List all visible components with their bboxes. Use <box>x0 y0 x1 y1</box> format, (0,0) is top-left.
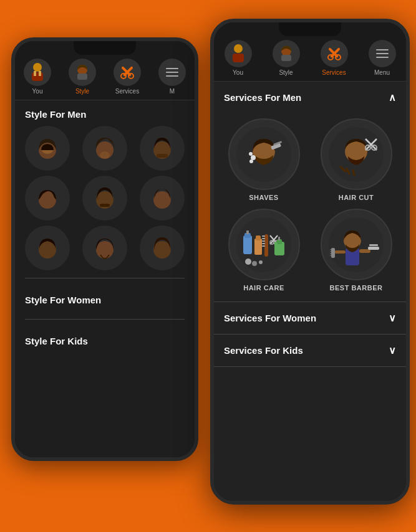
hair-style-3[interactable] <box>140 126 185 171</box>
chevron-down-kids-icon: ∨ <box>389 344 396 356</box>
svg-rect-51 <box>254 239 262 255</box>
service-haircare[interactable]: HAIR CARE <box>221 209 306 292</box>
screen-right: You Style <box>214 22 406 501</box>
svg-line-46 <box>353 170 354 175</box>
notch-left <box>74 41 136 55</box>
services-kids-header[interactable]: Services For Kids ∨ <box>214 335 406 366</box>
services-men-title: Services For Men <box>224 92 301 103</box>
nav-services-right[interactable]: Services <box>321 40 348 76</box>
svg-rect-65 <box>278 237 280 240</box>
svg-rect-50 <box>246 230 249 234</box>
svg-rect-75 <box>334 250 346 254</box>
svg-point-36 <box>249 152 253 156</box>
nav-label-style-left: Style <box>75 88 89 95</box>
svg-point-21 <box>96 241 114 259</box>
service-bestbarber[interactable]: BEST BARBER <box>314 209 399 292</box>
svg-point-0 <box>33 63 42 72</box>
svg-point-19 <box>153 191 171 209</box>
menu-lines-right <box>376 49 389 58</box>
hair-style-1[interactable] <box>25 126 70 171</box>
menu-icon-right <box>369 40 396 67</box>
nav-label-menu-left: M <box>170 88 175 95</box>
svg-rect-54 <box>262 235 265 237</box>
hair-style-5[interactable] <box>82 176 127 221</box>
style-icon-left <box>69 59 96 86</box>
services-women-header[interactable]: Services For Women ∨ <box>214 302 406 334</box>
menu-lines-left <box>166 68 178 77</box>
svg-rect-1 <box>32 72 43 81</box>
nav-style-right[interactable]: Style <box>273 40 300 76</box>
nav-menu-right[interactable]: Menu <box>369 40 396 76</box>
divider-2 <box>25 319 185 320</box>
you-icon-right <box>225 40 252 67</box>
hair-style-6[interactable] <box>140 176 185 221</box>
style-for-men-section: Style For Men <box>15 100 195 270</box>
svg-point-30 <box>336 55 341 60</box>
haircut-circle <box>321 118 392 190</box>
bestbarber-circle <box>321 209 392 280</box>
svg-point-37 <box>249 159 253 163</box>
bestbarber-label: BEST BARBER <box>330 284 383 292</box>
phone-right: You Style <box>210 19 410 505</box>
svg-rect-48 <box>243 235 252 254</box>
style-for-kids-section: Style For Kids <box>15 327 195 353</box>
services-women-accordion: Services For Women ∨ <box>214 302 406 335</box>
services-men-accordion: Services For Men ∧ <box>214 82 406 302</box>
svg-rect-79 <box>330 253 331 254</box>
svg-rect-76 <box>331 248 335 258</box>
svg-rect-2 <box>34 71 36 76</box>
nav-services-left[interactable]: Services <box>114 59 141 95</box>
svg-rect-52 <box>256 235 261 240</box>
phone-left: You Style <box>11 37 198 461</box>
service-haircut[interactable]: HAIR CUT <box>314 118 399 201</box>
svg-rect-58 <box>262 245 265 247</box>
nav-style-left[interactable]: Style <box>69 59 96 95</box>
nav-you-right[interactable]: You <box>225 40 252 76</box>
svg-point-35 <box>251 155 256 160</box>
hair-style-8[interactable] <box>82 226 127 270</box>
nav-menu-left[interactable]: M <box>158 59 186 95</box>
hair-style-2[interactable] <box>82 126 127 171</box>
style-icon-right <box>273 40 300 67</box>
service-shaves[interactable]: SHAVES <box>221 118 306 201</box>
svg-point-13 <box>100 151 110 159</box>
nav-label-you-left: You <box>32 88 43 95</box>
haircare-label: HAIR CARE <box>243 284 284 292</box>
svg-rect-72 <box>359 249 370 253</box>
hair-style-4[interactable] <box>25 176 70 221</box>
svg-rect-77 <box>330 249 331 250</box>
you-icon-left <box>24 59 51 86</box>
svg-rect-55 <box>262 238 265 239</box>
style-for-women-title: Style For Women <box>15 286 195 311</box>
style-for-women-section: Style For Women <box>15 286 195 311</box>
svg-point-29 <box>328 55 333 60</box>
svg-point-9 <box>128 74 133 78</box>
nav-you-left[interactable]: You <box>24 59 51 95</box>
haircare-circle <box>228 209 300 280</box>
svg-rect-5 <box>77 74 87 80</box>
shaves-label: SHAVES <box>249 194 278 201</box>
nav-label-menu-right: Menu <box>374 69 390 76</box>
svg-rect-26 <box>281 55 291 61</box>
shaves-circle <box>228 118 300 190</box>
hair-style-7[interactable] <box>25 226 70 270</box>
svg-rect-18 <box>100 204 110 207</box>
svg-rect-57 <box>262 243 265 244</box>
svg-rect-15 <box>157 154 168 158</box>
nav-label-you-right: You <box>233 69 243 76</box>
nav-label-services-left: Services <box>115 88 139 95</box>
divider-1 <box>25 278 185 278</box>
style-for-kids-title: Style For Kids <box>15 327 195 353</box>
services-men-grid: SHAVES <box>214 113 406 302</box>
svg-point-68 <box>259 260 263 264</box>
services-men-header[interactable]: Services For Men ∧ <box>214 82 406 113</box>
services-women-title: Services For Women <box>224 313 316 323</box>
svg-rect-74 <box>369 244 378 246</box>
svg-rect-73 <box>368 247 379 250</box>
nav-label-style-right: Style <box>279 69 293 76</box>
chevron-up-icon: ∧ <box>389 92 396 103</box>
hair-style-9[interactable] <box>140 226 185 270</box>
svg-rect-3 <box>39 71 41 76</box>
menu-icon-left <box>158 59 186 86</box>
services-kids-accordion: Services For Kids ∨ <box>214 335 406 367</box>
